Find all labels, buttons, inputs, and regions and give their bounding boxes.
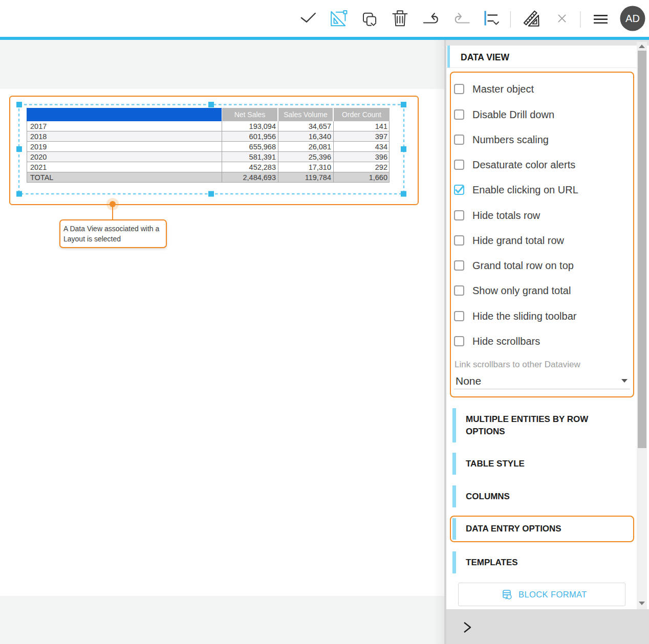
svg-text:AD: AD (625, 13, 640, 24)
